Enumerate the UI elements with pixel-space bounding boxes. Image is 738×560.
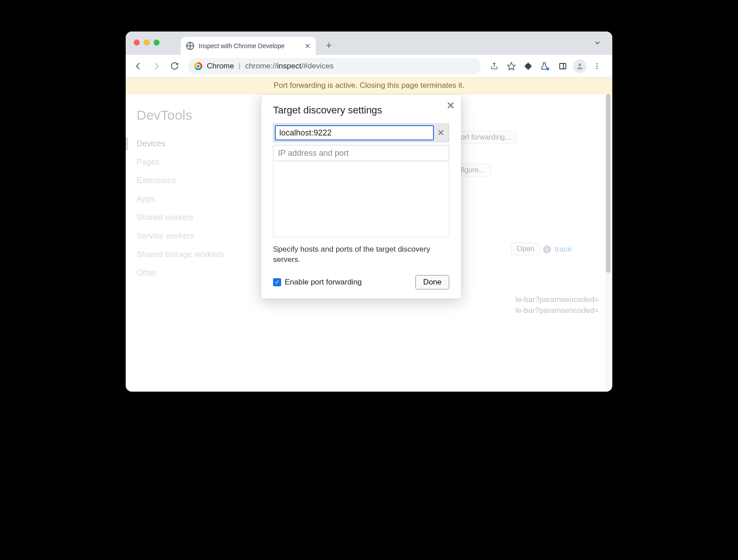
page-content: DevTools Devices Pages Extensions Apps S… [126, 94, 612, 392]
omnibox-origin-label: Chrome [207, 62, 234, 71]
share-icon[interactable] [486, 58, 502, 74]
minimize-window-button[interactable] [144, 40, 150, 45]
window-controls [134, 40, 159, 45]
target-list-area [273, 161, 449, 237]
side-panel-icon[interactable] [555, 58, 571, 74]
checkbox-label: Enable port forwarding [285, 278, 362, 287]
globe-icon [186, 42, 194, 50]
svg-point-6 [597, 63, 598, 64]
back-button[interactable] [130, 58, 146, 74]
svg-point-8 [597, 68, 598, 69]
toolbar: Chrome | chrome://inspect/#devices [126, 55, 612, 77]
omnibox-url: chrome://inspect/#devices [245, 62, 334, 71]
enable-port-forwarding-checkbox[interactable]: ✓ Enable port forwarding [273, 278, 362, 287]
reload-button[interactable] [166, 58, 182, 74]
checkbox-icon: ✓ [273, 278, 281, 286]
info-banner: Port forwarding is active. Closing this … [126, 77, 612, 94]
chrome-icon [194, 62, 202, 70]
svg-point-7 [597, 65, 598, 67]
toolbar-right [486, 58, 608, 74]
forward-button[interactable] [148, 58, 164, 74]
profile-button[interactable] [572, 58, 588, 74]
dialog-title: Target discovery settings [273, 104, 449, 116]
browser-window: Inspect with Chrome Develope ✕ + Chrome … [126, 32, 612, 392]
close-icon[interactable]: ✕ [446, 100, 455, 112]
extensions-icon[interactable] [520, 58, 537, 74]
browser-tab[interactable]: Inspect with Chrome Develope ✕ [181, 37, 316, 55]
target-row: ✕ [273, 123, 449, 142]
labs-icon[interactable] [538, 58, 554, 74]
target-address-input[interactable] [275, 125, 434, 140]
scrollbar-thumb[interactable] [606, 94, 610, 273]
maximize-window-button[interactable] [154, 40, 159, 45]
bookmark-icon[interactable] [503, 58, 519, 74]
close-tab-icon[interactable]: ✕ [305, 42, 310, 50]
done-button[interactable]: Done [415, 275, 449, 289]
tab-strip: Inspect with Chrome Develope ✕ + [126, 32, 612, 55]
tab-title: Inspect with Chrome Develope [199, 42, 300, 50]
svg-point-5 [579, 63, 581, 66]
scrollbar[interactable] [605, 94, 611, 392]
remove-target-icon[interactable]: ✕ [434, 128, 447, 138]
menu-icon[interactable] [589, 58, 605, 74]
dialog-description: Specify hosts and ports of the target di… [273, 244, 449, 265]
svg-marker-1 [508, 62, 515, 70]
new-target-placeholder[interactable]: IP address and port [273, 145, 449, 161]
new-tab-button[interactable]: + [322, 39, 336, 52]
close-window-button[interactable] [134, 40, 140, 45]
address-bar[interactable]: Chrome | chrome://inspect/#devices [188, 58, 481, 74]
tabs-dropdown-icon[interactable] [593, 39, 601, 47]
target-discovery-dialog: ✕ Target discovery settings ✕ IP address… [261, 94, 461, 299]
svg-rect-3 [560, 63, 566, 69]
